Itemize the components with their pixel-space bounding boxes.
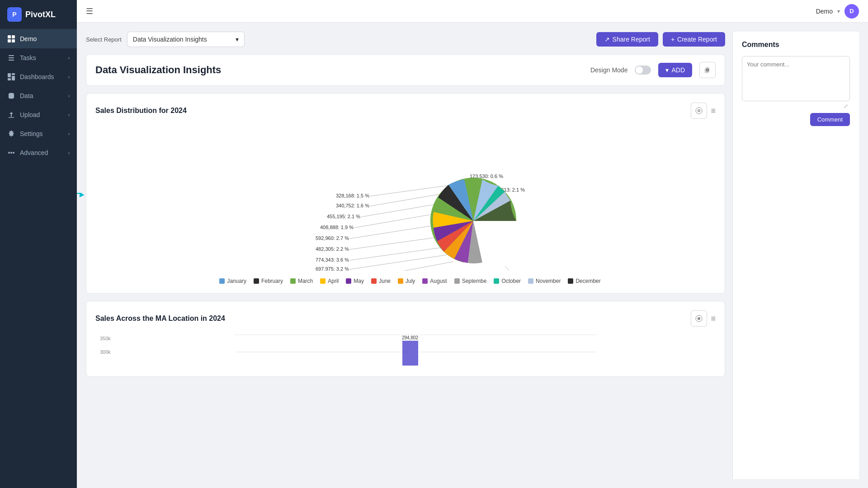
sales-pie-card: 1 ▶ Sales Distribution for 2024 ≡: [86, 93, 725, 294]
september-label: Septembe: [462, 278, 487, 284]
bar-chart-plot: 294,802: [121, 334, 711, 372]
main-area: ☰ Demo ▾ D Select Report Data Visualizat…: [77, 0, 868, 488]
bar-settings-button[interactable]: [691, 310, 707, 327]
sidebar-item-tasks[interactable]: Tasks ›: [0, 48, 77, 67]
may-color: [346, 278, 351, 284]
bar-chart-actions: ≡: [691, 310, 716, 327]
svg-line-32: [350, 255, 447, 269]
avatar[interactable]: D: [844, 4, 859, 19]
march-label: March: [298, 278, 313, 284]
svg-point-42: [698, 317, 700, 320]
svg-line-26: [350, 225, 439, 239]
sidebar-upload-label: Upload: [20, 111, 64, 118]
comments-panel: Comments ⤢ Comment: [732, 32, 859, 479]
settings-icon: [7, 130, 15, 138]
topbar: ☰ Demo ▾ D: [77, 0, 868, 23]
sidebar-item-settings[interactable]: Settings ›: [0, 124, 77, 143]
report-dropdown[interactable]: Data Visualization Insights ▾: [127, 32, 245, 47]
gear-icon: [695, 315, 703, 322]
advanced-arrow-icon: ›: [68, 150, 70, 155]
report-title: Data Visualization Insights: [95, 64, 221, 76]
february-label: February: [261, 278, 283, 284]
legend-december: December: [568, 278, 600, 284]
pie-settings-button[interactable]: [691, 103, 707, 119]
svg-line-24: [354, 213, 441, 228]
march-color: [290, 278, 296, 284]
sidebar-item-demo[interactable]: Demo: [0, 29, 77, 48]
pie-chart-actions: ≡: [691, 103, 716, 119]
december-label: December: [576, 278, 600, 284]
add-arrow-icon: ▾: [665, 66, 669, 74]
svg-text:340,752: 1.6 %: 340,752: 1.6 %: [336, 203, 369, 208]
menu-icon[interactable]: ☰: [86, 6, 93, 16]
december-color: [568, 278, 573, 284]
january-label: January: [227, 278, 246, 284]
plus-icon: +: [671, 36, 675, 43]
svg-rect-5: [9, 57, 14, 58]
sidebar-item-upload[interactable]: Upload ›: [0, 105, 77, 124]
upload-icon: [7, 111, 15, 119]
dashboards-icon: [7, 73, 15, 81]
report-dropdown-value: Data Visualization Insights: [133, 36, 207, 43]
sidebar-item-dashboards[interactable]: Dashboards ›: [0, 67, 77, 86]
svg-line-28: [350, 237, 441, 249]
create-report-button[interactable]: + Create Report: [663, 32, 725, 47]
report-selector-row: Select Report Data Visualization Insight…: [86, 32, 725, 47]
tour-indicator: 1 ▶: [77, 193, 82, 194]
add-button[interactable]: ▾ ADD: [658, 63, 692, 77]
svg-text:294,802: 294,802: [402, 335, 419, 340]
y-label-350k: 350k: [100, 336, 116, 341]
february-color: [254, 278, 259, 284]
report-settings-button[interactable]: [699, 62, 716, 78]
svg-point-16: [696, 108, 702, 114]
legend-august: August: [422, 278, 447, 284]
svg-text:482,305: 2.2 %: 482,305: 2.2 %: [316, 246, 349, 252]
dropdown-arrow-icon: ▾: [837, 8, 840, 14]
svg-text:455,195: 2.1 %: 455,195: 2.1 %: [327, 214, 360, 219]
svg-rect-3: [12, 39, 15, 42]
sidebar-settings-label: Settings: [20, 130, 64, 137]
bar-menu-button[interactable]: ≡: [711, 310, 716, 327]
legend-march: March: [290, 278, 313, 284]
report-header: Data Visualization Insights Design Mode …: [86, 54, 725, 86]
svg-text:774,343: 3.6 %: 774,343: 3.6 %: [316, 257, 349, 263]
sidebar: P PivotXL Demo Tasks › Dashboards › Data…: [0, 0, 77, 488]
legend-november: November: [528, 278, 561, 284]
tour-arrow-icon: ▶: [80, 191, 85, 198]
user-menu[interactable]: Demo: [816, 8, 833, 15]
october-color: [494, 278, 499, 284]
share-report-button[interactable]: ↗ Share Report: [596, 32, 658, 47]
pie-chart-container: 328,168: 1.5 % 340,752: 1.6 % 455,195: 2…: [95, 126, 716, 284]
legend-february: February: [254, 278, 283, 284]
svg-point-13: [8, 152, 10, 154]
comment-submit-row: Comment: [742, 113, 850, 126]
sidebar-item-data[interactable]: Data ›: [0, 86, 77, 105]
bar-chart-body: 350k 300k 294,802: [95, 334, 716, 372]
bar-chart-title: Sales Across the MA Location in 2024: [95, 314, 225, 323]
sidebar-advanced-label: Advanced: [20, 149, 64, 156]
sidebar-item-advanced[interactable]: Advanced ›: [0, 143, 77, 162]
resize-icon: ⤢: [844, 103, 848, 109]
pie-menu-button[interactable]: ≡: [711, 103, 716, 119]
content-main: Select Report Data Visualization Insight…: [86, 32, 725, 479]
legend-april: April: [320, 278, 339, 284]
comment-input[interactable]: [742, 56, 850, 101]
bar-chart-header: Sales Across the MA Location in 2024 ≡: [95, 310, 716, 327]
svg-rect-1: [12, 35, 15, 38]
comment-button[interactable]: Comment: [810, 113, 850, 126]
dashboards-arrow-icon: ›: [68, 75, 70, 80]
legend-october: October: [494, 278, 521, 284]
grid-icon: [7, 35, 15, 43]
svg-rect-45: [402, 341, 418, 366]
pie-slices: [430, 178, 516, 263]
select-report-label: Select Report: [86, 36, 122, 43]
gear-icon: [704, 66, 711, 74]
svg-rect-8: [12, 73, 15, 75]
data-icon: [7, 92, 15, 100]
logo-text: PivotXL: [25, 10, 56, 19]
june-label: June: [379, 278, 391, 284]
svg-rect-2: [8, 39, 11, 42]
july-color: [398, 278, 403, 284]
design-mode-toggle[interactable]: [635, 66, 651, 75]
sidebar-logo: P PivotXL: [0, 0, 77, 29]
